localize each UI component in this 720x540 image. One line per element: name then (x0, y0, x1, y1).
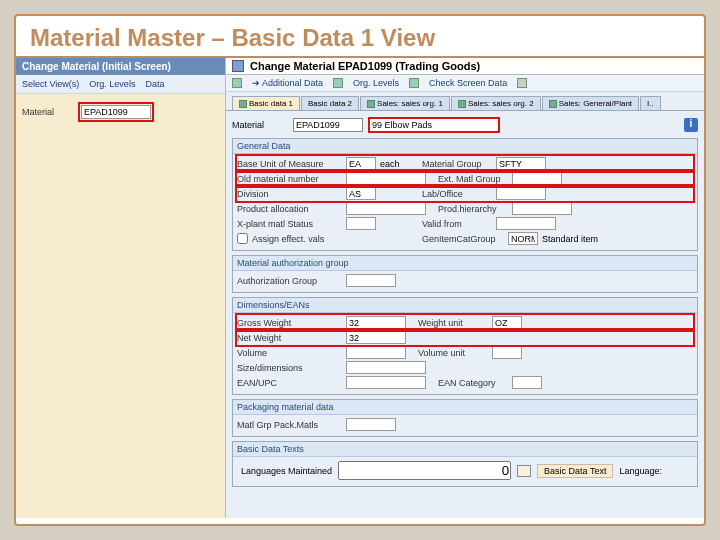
tab-basic-data-2[interactable]: Basic data 2 (301, 96, 359, 110)
label-gross-weight: Gross Weight (237, 318, 342, 328)
label-auth-group: Authorization Group (237, 276, 342, 286)
input-ean-category[interactable] (512, 376, 542, 389)
input-material-group[interactable] (496, 157, 546, 170)
org-icon[interactable] (333, 78, 343, 88)
menu-select-views[interactable]: Select View(s) (22, 79, 79, 89)
label-prod-hierarchy: Prod.hierarchy (438, 204, 508, 214)
label-ean-category: EAN Category (438, 378, 508, 388)
input-ean-upc[interactable] (346, 376, 426, 389)
left-material-label: Material (22, 107, 72, 117)
row-base-uom: Base Unit of Measure each Material Group (237, 156, 693, 171)
window-icon (232, 60, 244, 72)
section-head-auth: Material authorization group (233, 256, 697, 271)
tab-sales-general-plant[interactable]: Sales: General/Plant (542, 96, 639, 110)
section-packaging: Packaging material data Matl Grp Pack.Ma… (232, 399, 698, 437)
info-icon[interactable]: i (684, 118, 698, 132)
label-matlgrp-pack: Matl Grp Pack.Matls (237, 420, 342, 430)
row-gross-weight: Gross Weight Weight unit (237, 315, 693, 330)
input-xplant-status[interactable] (346, 217, 376, 230)
label-languages-maintained: Languages Maintained (241, 466, 332, 476)
input-old-material[interactable] (346, 172, 426, 185)
input-languages-count[interactable] (338, 461, 511, 480)
tab-sales-org-2[interactable]: Sales: sales org. 2 (451, 96, 541, 110)
section-basic-texts: Basic Data Texts Languages Maintained Ba… (232, 441, 698, 487)
label-genitemcatgroup: GenItemCatGroup (422, 234, 504, 244)
label-assign-effect-vals: Assign effect. vals (252, 234, 348, 244)
row-net-weight: Net Weight (237, 330, 693, 345)
menu-org-levels[interactable]: Org. Levels (89, 79, 135, 89)
label-division: Division (237, 189, 342, 199)
slide-title: Material Master – Basic Data 1 View (16, 16, 704, 58)
check-icon[interactable] (409, 78, 419, 88)
toolbar: ➔ Additional Data Org. Levels Check Scre… (226, 75, 704, 92)
input-weight-unit[interactable] (492, 316, 522, 329)
section-head-general: General Data (233, 139, 697, 154)
row-division: Division Lab/Office (237, 186, 693, 201)
section-dimensions: Dimensions/EANs Gross Weight Weight unit… (232, 297, 698, 395)
input-division[interactable] (346, 187, 376, 200)
input-matlgrp-pack[interactable] (346, 418, 396, 431)
highlight-material-left (78, 102, 154, 122)
material-desc-input[interactable] (369, 118, 499, 132)
label-ean-upc: EAN/UPC (237, 378, 342, 388)
menu-data[interactable]: Data (145, 79, 164, 89)
text-genitemcatgroup: Standard item (542, 234, 598, 244)
material-label: Material (232, 120, 287, 130)
tab-basic-data-1[interactable]: Basic data 1 (232, 96, 300, 110)
tab-icon (239, 100, 247, 108)
tab-icon (367, 100, 375, 108)
input-volume[interactable] (346, 346, 406, 359)
text-base-uom: each (380, 159, 410, 169)
right-window-title: Change Material EPAD1099 (Trading Goods) (250, 60, 480, 72)
input-valid-from[interactable] (496, 217, 556, 230)
label-valid-from: Valid from (422, 219, 492, 229)
left-window-title: Change Material (Initial Screen) (16, 58, 225, 75)
label-lab-office: Lab/Office (422, 189, 492, 199)
input-base-uom[interactable] (346, 157, 376, 170)
right-window: Change Material EPAD1099 (Trading Goods)… (226, 58, 704, 518)
toolbar-additional-data[interactable]: ➔ Additional Data (252, 78, 323, 88)
form-area: Material i General Data Base Unit of Mea… (226, 111, 704, 518)
button-basic-data-text[interactable]: Basic Data Text (537, 464, 613, 478)
input-volume-unit[interactable] (492, 346, 522, 359)
section-head-dimensions: Dimensions/EANs (233, 298, 697, 313)
toolbar-org-levels[interactable]: Org. Levels (353, 78, 399, 88)
toolbar-check-screen[interactable]: Check Screen Data (429, 78, 507, 88)
back-icon[interactable] (232, 78, 242, 88)
input-prod-alloc[interactable] (346, 202, 426, 215)
section-head-packaging: Packaging material data (233, 400, 697, 415)
input-lab-office[interactable] (496, 187, 546, 200)
left-menu: Select View(s) Org. Levels Data (16, 75, 225, 94)
label-net-weight: Net Weight (237, 333, 342, 343)
label-volume: Volume (237, 348, 342, 358)
left-window: Change Material (Initial Screen) Select … (16, 58, 226, 518)
input-genitemcatgroup[interactable] (508, 232, 538, 245)
input-ext-matl-group[interactable] (512, 172, 562, 185)
label-ext-matl-group: Ext. Matl Group (438, 174, 508, 184)
input-prod-hierarchy[interactable] (512, 202, 572, 215)
tab-more[interactable]: I.. (640, 96, 661, 110)
lock-icon[interactable] (517, 78, 527, 88)
input-auth-group[interactable] (346, 274, 396, 287)
label-volume-unit: Volume unit (418, 348, 488, 358)
checkbox-assign-effect-vals[interactable] (237, 233, 248, 244)
label-old-material: Old material number (237, 174, 342, 184)
label-weight-unit: Weight unit (418, 318, 488, 328)
input-gross-weight[interactable] (346, 316, 406, 329)
section-general-data: General Data Base Unit of Measure each M… (232, 138, 698, 251)
section-head-texts: Basic Data Texts (233, 442, 697, 457)
tab-icon (458, 100, 466, 108)
tabstrip: Basic data 1 Basic data 2 Sales: sales o… (226, 92, 704, 111)
label-xplant-status: X-plant matl Status (237, 219, 342, 229)
input-net-weight[interactable] (346, 331, 406, 344)
tab-sales-org-1[interactable]: Sales: sales org. 1 (360, 96, 450, 110)
input-size-dimensions[interactable] (346, 361, 426, 374)
material-code-input[interactable] (293, 118, 363, 132)
label-language: Language: (619, 466, 662, 476)
label-base-uom: Base Unit of Measure (237, 159, 342, 169)
language-button-icon[interactable] (517, 465, 531, 477)
tab-icon (549, 100, 557, 108)
label-material-group: Material Group (422, 159, 492, 169)
left-material-input[interactable] (81, 105, 151, 119)
label-size-dimensions: Size/dimensions (237, 363, 342, 373)
